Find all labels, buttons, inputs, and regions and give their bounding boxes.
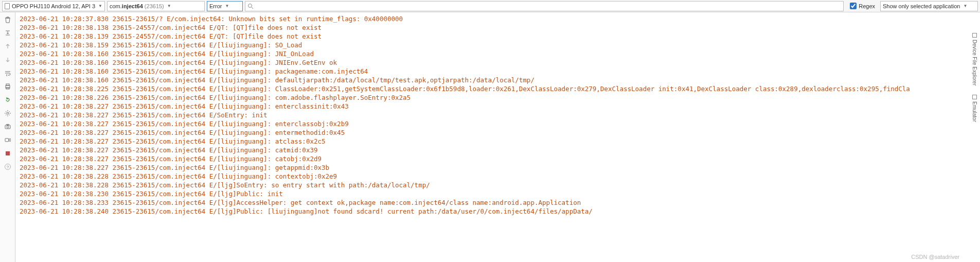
tab-emulator[interactable]: Emulator — [972, 95, 977, 122]
regex-checkbox[interactable]: Regex — [850, 3, 875, 9]
log-line[interactable]: 2023-06-21 10:28:38.227 23615-23615/com.… — [20, 128, 980, 137]
process-selector[interactable]: com.inject64 (23615) ▼ — [107, 1, 205, 11]
screen-record-icon[interactable] — [4, 136, 12, 144]
process-label: com.inject64 (23615) — [110, 3, 164, 9]
svg-line-1 — [252, 7, 253, 9]
soft-wrap-icon[interactable] — [4, 69, 12, 77]
settings-icon[interactable] — [4, 109, 12, 117]
device-icon — [972, 95, 977, 99]
chevron-down-icon: ▼ — [963, 4, 967, 8]
log-line[interactable]: 2023-06-21 10:28:38.233 23615-23615/com.… — [20, 198, 980, 207]
chevron-down-icon: ▼ — [98, 4, 102, 8]
log-line[interactable]: 2023-06-21 10:28:38.227 23615-23615/com.… — [20, 154, 980, 163]
log-line[interactable]: 2023-06-21 10:28:38.160 23615-23615/com.… — [20, 58, 980, 67]
device-icon — [5, 3, 10, 9]
screenshot-icon[interactable] — [4, 123, 12, 131]
svg-rect-3 — [6, 84, 9, 85]
stop-icon[interactable] — [4, 149, 12, 158]
svg-point-0 — [248, 4, 252, 7]
scroll-end-icon[interactable] — [4, 29, 12, 37]
log-line[interactable]: 2023-06-21 10:28:38.227 23615-23615/com.… — [20, 146, 980, 154]
filter-scope-selector[interactable]: Show only selected application ▼ — [880, 1, 978, 11]
log-output[interactable]: 2023-06-21 10:28:37.830 23615-23615/? E/… — [15, 12, 980, 262]
trash-icon[interactable] — [4, 15, 12, 24]
log-line[interactable]: 2023-06-21 10:28:38.227 23615-23615/com.… — [20, 137, 980, 146]
up-icon[interactable] — [4, 42, 12, 50]
log-line[interactable]: 2023-06-21 10:28:38.160 23615-23615/com.… — [20, 67, 980, 76]
log-line[interactable]: 2023-06-21 10:28:38.240 23615-23615/com.… — [20, 207, 980, 216]
logcat-toolbar: OPPO PHJ110 Android 12, API 3 ▼ com.inje… — [0, 0, 980, 12]
logcat-main: ? 2023-06-21 10:28:37.830 23615-23615/? … — [0, 12, 980, 262]
filter-scope-label: Show only selected application — [883, 3, 960, 9]
log-line[interactable]: 2023-06-21 10:28:38.228 23615-23615/com.… — [20, 181, 980, 189]
log-line[interactable]: 2023-06-21 10:28:38.138 23615-24557/com.… — [20, 23, 980, 32]
log-line[interactable]: 2023-06-21 10:28:37.830 23615-23615/? E/… — [20, 14, 980, 23]
watermark: CSDN @satadriver — [911, 254, 959, 260]
log-line[interactable]: 2023-06-21 10:28:38.228 23615-23615/com.… — [20, 172, 980, 181]
svg-point-7 — [7, 126, 9, 128]
log-level-selector[interactable]: Error ▼ — [207, 1, 243, 11]
device-selector[interactable]: OPPO PHJ110 Android 12, API 3 ▼ — [2, 1, 105, 11]
chevron-down-icon: ▼ — [167, 4, 171, 8]
folder-icon — [972, 33, 977, 38]
regex-checkbox-input[interactable] — [850, 3, 857, 9]
svg-rect-9 — [5, 138, 9, 142]
svg-point-5 — [7, 112, 9, 114]
svg-text:?: ? — [6, 165, 9, 169]
search-input[interactable] — [245, 1, 844, 11]
svg-rect-10 — [6, 151, 10, 155]
log-line[interactable]: 2023-06-21 10:28:38.227 23615-23615/com.… — [20, 163, 980, 172]
log-line[interactable]: 2023-06-21 10:28:38.160 23615-23615/com.… — [20, 49, 980, 58]
log-line[interactable]: 2023-06-21 10:28:38.227 23615-23615/com.… — [20, 102, 980, 111]
log-line[interactable]: 2023-06-21 10:28:38.226 23615-23615/com.… — [20, 93, 980, 102]
chevron-down-icon: ▼ — [225, 4, 229, 8]
regex-label: Regex — [859, 3, 875, 9]
log-line[interactable]: 2023-06-21 10:28:38.227 23615-23615/com.… — [20, 111, 980, 119]
help-icon[interactable]: ? — [4, 163, 12, 171]
search-field[interactable] — [256, 3, 841, 9]
restart-icon[interactable] — [4, 96, 12, 104]
log-line[interactable]: 2023-06-21 10:28:38.225 23615-23615/com.… — [20, 84, 980, 93]
search-icon — [247, 3, 254, 9]
logcat-gutter: ? — [0, 12, 15, 262]
log-line[interactable]: 2023-06-21 10:28:38.139 23615-24557/com.… — [20, 32, 980, 41]
log-line[interactable]: 2023-06-21 10:28:38.227 23615-23615/com.… — [20, 119, 980, 128]
log-line[interactable]: 2023-06-21 10:28:38.230 23615-23615/com.… — [20, 189, 980, 198]
log-line[interactable]: 2023-06-21 10:28:38.160 23615-23615/com.… — [20, 76, 980, 84]
print-icon[interactable] — [4, 82, 12, 91]
down-icon[interactable] — [4, 56, 12, 64]
device-label: OPPO PHJ110 Android 12, API 3 — [12, 3, 95, 9]
tab-device-file-explorer[interactable]: Device File Explorer — [972, 33, 977, 85]
right-tool-tabs: Device File Explorer Emulator — [969, 12, 980, 123]
log-level-label: Error — [209, 3, 222, 9]
log-line[interactable]: 2023-06-21 10:28:38.159 23615-23615/com.… — [20, 41, 980, 49]
